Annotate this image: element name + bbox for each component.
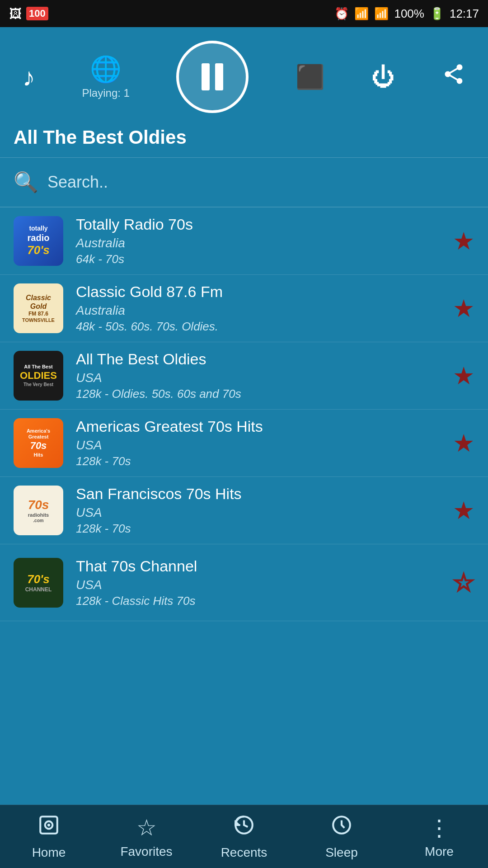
favorite-star-1[interactable]: ★ — [453, 227, 474, 255]
station-info-4: Americas Greatest 70s Hits USA 128k - 70… — [76, 418, 444, 468]
station-logo-3: All The Best OLDIES The Very Best — [14, 351, 63, 401]
signal-icon: 📶 — [374, 7, 389, 21]
nav-sleep[interactable]: Sleep — [308, 814, 375, 860]
favorites-icon: ☆ — [136, 815, 157, 841]
list-item[interactable]: America's Greatest 70s Hits Americas Gre… — [0, 410, 488, 477]
pause-icon — [202, 63, 223, 90]
nav-recents[interactable]: Recents — [210, 814, 278, 860]
search-bar[interactable]: 🔍 — [0, 158, 488, 208]
search-icon: 🔍 — [14, 170, 38, 194]
station-logo-6: 70's CHANNEL — [14, 558, 63, 608]
station-info-2: Classic Gold 87.6 Fm Australia 48k - 50s… — [76, 283, 444, 334]
favorite-star-3[interactable]: ★ — [453, 362, 474, 390]
battery-icon: 🔋 — [430, 7, 444, 21]
sleep-icon — [330, 814, 353, 842]
station-title: All The Best Oldies — [0, 122, 488, 158]
station-logo-2: Classic Gold FM 87.6 TOWNSVILLE — [14, 283, 63, 333]
alarm-icon: ⏰ — [334, 7, 349, 21]
station-info-5: San Franciscos 70s Hits USA 128k - 70s — [76, 485, 444, 536]
pause-button[interactable] — [176, 41, 249, 113]
list-item[interactable]: Classic Gold FM 87.6 TOWNSVILLE Classic … — [0, 275, 488, 342]
list-item[interactable]: All The Best OLDIES The Very Best All Th… — [0, 342, 488, 410]
nav-recents-label: Recents — [221, 845, 267, 860]
station-info-3: All The Best Oldies USA 128k - Oldies. 5… — [76, 350, 444, 401]
radio-icon: 100 — [26, 7, 48, 20]
bottom-nav: Home ☆ Favorites Recents Sleep ⋮ More — [0, 805, 488, 868]
wifi-icon: 📶 — [354, 7, 369, 21]
status-bar: 🖼 100 ⏰ 📶 📶 100% 🔋 12:17 — [0, 0, 488, 27]
nav-home[interactable]: Home — [15, 814, 83, 860]
station-list: totally radio 70's Totally Radio 70s Aus… — [0, 208, 488, 621]
station-info-1: Totally Radio 70s Australia 64k - 70s — [76, 216, 444, 266]
svg-point-2 — [47, 823, 50, 826]
station-info-6: That 70s Channel USA 128k - Classic Hits… — [76, 557, 444, 608]
stop-button[interactable]: ⬛ — [296, 63, 325, 91]
music-icon[interactable]: ♪ — [23, 62, 35, 92]
time: 12:17 — [450, 7, 479, 21]
recents-icon — [233, 814, 255, 842]
top-controls: ♪ 🌐 Playing: 1 ⬛ ⏻ — [0, 27, 488, 122]
nav-more-label: More — [425, 844, 454, 859]
battery-text: 100% — [394, 7, 424, 21]
list-item[interactable]: totally radio 70's Totally Radio 70s Aus… — [0, 208, 488, 275]
globe-icon[interactable]: 🌐 — [90, 54, 122, 84]
home-icon — [38, 814, 60, 842]
search-input[interactable] — [47, 173, 474, 192]
nav-favorites[interactable]: ☆ Favorites — [113, 815, 180, 859]
favorite-star-2[interactable]: ★ — [453, 294, 474, 323]
photo-icon: 🖼 — [9, 6, 22, 21]
share-button[interactable] — [442, 62, 465, 91]
nav-sleep-label: Sleep — [325, 845, 358, 860]
station-logo-5: 70s radiohits .com — [14, 486, 63, 535]
favorite-star-4[interactable]: ★ — [453, 429, 474, 458]
nav-favorites-label: Favorites — [120, 844, 172, 859]
favorite-star-5[interactable]: ★ — [453, 496, 474, 525]
station-logo-1: totally radio 70's — [14, 216, 63, 266]
nav-home-label: Home — [32, 845, 66, 860]
more-icon: ⋮ — [428, 815, 450, 841]
power-button[interactable]: ⏻ — [371, 63, 395, 90]
nav-more[interactable]: ⋮ More — [405, 815, 473, 859]
playing-label: Playing: 1 — [82, 87, 130, 99]
station-logo-4: America's Greatest 70s Hits — [14, 418, 63, 468]
list-item[interactable]: 70's CHANNEL That 70s Channel USA 128k -… — [0, 544, 488, 621]
list-item[interactable]: 70s radiohits .com San Franciscos 70s Hi… — [0, 477, 488, 544]
favorite-star-6[interactable]: ☆ — [453, 568, 474, 597]
